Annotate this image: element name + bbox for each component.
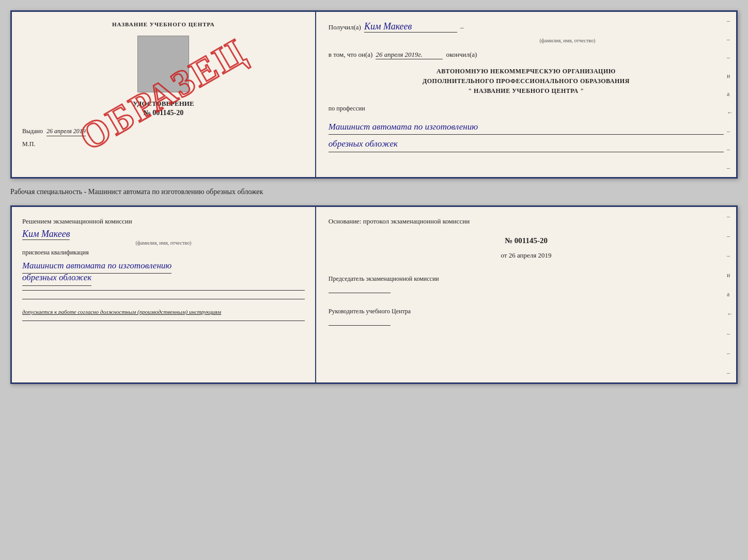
- allowed-text-block: допускается к работе согласно должностны…: [22, 308, 221, 316]
- decision-text: Решением экзаменационной комиссии: [22, 216, 132, 227]
- photo-placeholder: [137, 36, 189, 92]
- bottom-name: Ким Макеев: [22, 229, 70, 240]
- issued-date-value: 26 апреля 2019: [46, 127, 86, 136]
- date-end-label: окончил(а): [446, 51, 477, 59]
- page-wrapper: НАЗВАНИЕ УЧЕБНОГО ЦЕНТРА ОБРАЗЕЦ УДОСТОВ…: [10, 10, 738, 384]
- cert-number: № 001145-20: [144, 109, 183, 117]
- issued-label: Выдано: [22, 127, 43, 135]
- chairman-block: Председатель экзаменационной комиссии: [329, 275, 724, 295]
- bottom-document: Решением экзаменационной комиссии Ким Ма…: [10, 205, 738, 384]
- top-doc-left: НАЗВАНИЕ УЧЕБНОГО ЦЕНТРА ОБРАЗЕЦ УДОСТОВ…: [12, 12, 316, 177]
- date-line: в том, что он(а) 26 апреля 2019г. окончи…: [329, 51, 724, 59]
- date-label: в том, что он(а): [329, 51, 373, 59]
- cert-title: УДОСТОВЕРЕНИЕ: [133, 100, 194, 108]
- decision-label: Решением экзаменационной комиссии: [22, 217, 132, 225]
- bottom-doc-left: Решением экзаменационной комиссии Ким Ма…: [12, 207, 316, 382]
- protocol-num: № 001145-20: [329, 236, 724, 245]
- org-line3: " НАЗВАНИЕ УЧЕБНОГО ЦЕНТРА ": [329, 86, 724, 96]
- info-bar-text: Рабочая специальность - Машинист автомат…: [10, 188, 263, 196]
- head-label: Руководитель учебного Центра: [329, 308, 724, 315]
- issued-date: Выдано 26 апреля 2019: [22, 127, 305, 135]
- profession-line2: обрезных обложек: [329, 137, 724, 152]
- recipient-line: Получил(а) Ким Макеев –: [329, 21, 724, 33]
- dash-after-name: –: [460, 23, 464, 31]
- recipient-name: Ким Макеев: [364, 21, 457, 33]
- protocol-date-prefix: от: [501, 251, 507, 259]
- protocol-date: от 26 апреля 2019: [329, 251, 724, 260]
- allowed-text: работе согласно должностным (производств…: [58, 309, 221, 315]
- qualification-line2: обрезных обложек: [22, 270, 91, 286]
- head-signature-line: [329, 317, 391, 326]
- allowed-label: допускается к: [22, 309, 57, 315]
- top-doc-right: Получил(а) Ким Макеев – (фамилия, имя, о…: [316, 12, 736, 177]
- recipient-label: Получил(а): [329, 23, 361, 31]
- top-left-center-title: НАЗВАНИЕ УЧЕБНОГО ЦЕНТРА: [112, 21, 215, 27]
- bottom-right-dashes: – – – и а ← – – –: [727, 207, 733, 382]
- qualification-label: присвоена квалификация: [22, 249, 89, 257]
- protocol-date-value: 26 апреля 2019: [509, 251, 552, 259]
- recipient-sub-label: (фамилия, имя, отчество): [370, 38, 748, 43]
- mp-label: М.П.: [22, 140, 35, 148]
- right-dashes: – – – и а ← – – –: [727, 12, 733, 177]
- org-line1: АВТОНОМНУЮ НЕКОММЕРЧЕСКУЮ ОРГАНИЗАЦИЮ: [329, 67, 724, 76]
- date-value: 26 апреля 2019г.: [376, 51, 443, 59]
- profession-label: по профессии: [329, 105, 724, 113]
- org-line2: ДОПОЛНИТЕЛЬНОГО ПРОФЕССИОНАЛЬНОГО ОБРАЗО…: [329, 76, 724, 86]
- chairman-signature-line: [329, 285, 391, 293]
- bottom-doc-right: Основание: протокол экзаменационной коми…: [316, 207, 736, 382]
- basis-label: Основание: протокол экзаменационной коми…: [329, 216, 724, 227]
- profession-line1: Машинист автомата по изготовлению: [329, 120, 724, 135]
- info-bar: Рабочая специальность - Машинист автомат…: [10, 185, 738, 199]
- bottom-name-sub-label: (фамилия, имя, отчество): [22, 240, 305, 246]
- head-block: Руководитель учебного Центра: [329, 308, 724, 328]
- top-document: НАЗВАНИЕ УЧЕБНОГО ЦЕНТРА ОБРАЗЕЦ УДОСТОВ…: [10, 10, 738, 179]
- org-block: АВТОНОМНУЮ НЕКОММЕРЧЕСКУЮ ОРГАНИЗАЦИЮ ДО…: [329, 67, 724, 97]
- chairman-label: Председатель экзаменационной комиссии: [329, 275, 724, 283]
